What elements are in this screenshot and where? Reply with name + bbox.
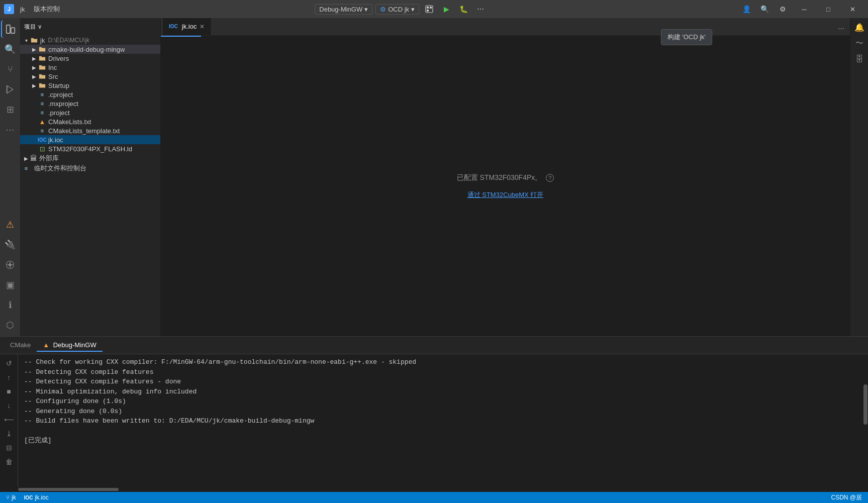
horizontal-scrollbar[interactable] <box>0 487 868 492</box>
jk-ioc-label: jk.ioc <box>48 136 63 144</box>
activity-item-warning[interactable]: ⚠ <box>1 216 19 234</box>
scroll-down-btn[interactable]: ↓ <box>3 399 15 412</box>
open-stm32cubemx-link[interactable]: 通过 STM32CubeMX 打开 <box>467 191 544 198</box>
tree-item-external-lib[interactable]: ▶ 🏛 外部库 <box>20 153 160 163</box>
search-btn[interactable]: 🔍 <box>757 2 771 16</box>
stop-btn[interactable]: ■ <box>3 385 15 397</box>
more-actions-btn[interactable]: ⋯ <box>473 2 488 16</box>
tab-jk-ioc[interactable]: IOC jk.ioc ✕ <box>163 18 211 35</box>
tree-item-inc[interactable]: ▶ Inc <box>20 63 160 72</box>
tree-item-drivers[interactable]: ▶ Drivers <box>20 54 160 63</box>
startup-arrow: ▶ <box>30 81 38 89</box>
version-control-btn[interactable]: 版本控制 <box>31 4 63 15</box>
tree-item-project[interactable]: ≡ .project <box>20 108 160 117</box>
project-menu-btn[interactable]: jk <box>17 5 28 14</box>
tree-item-startup[interactable]: ▶ Startup <box>20 81 160 90</box>
open-link[interactable]: 通过 STM32CubeMX 打开 <box>467 190 544 199</box>
ext-lib-icon: 🏛 <box>30 154 37 162</box>
output-line-blank <box>24 426 857 436</box>
startup-label: Startup <box>48 82 69 89</box>
notification-bell-icon[interactable]: 🔔 <box>852 20 866 34</box>
tree-item-temp[interactable]: ≡ 临时文件和控制台 <box>20 163 160 173</box>
file-tree: ▾ jk D:\EDA\MCU\jk ▶ cmake-build-debug-m… <box>20 36 160 336</box>
title-actions: 👤 🔍 ⚙ <box>739 2 790 16</box>
download-btn[interactable]: ⤓ <box>3 428 15 440</box>
activity-item-git2[interactable]: ⬡ <box>1 316 19 334</box>
window-controls: ─ □ ✕ <box>793 0 864 18</box>
svg-rect-4 <box>7 25 10 34</box>
cmake-build-folder-icon <box>38 45 46 53</box>
minimize-btn[interactable]: ─ <box>793 0 816 18</box>
tree-item-cmakelists[interactable]: ▲ CMakeLists.txt <box>20 117 160 126</box>
scroll-up-btn[interactable]: ↑ <box>3 371 15 383</box>
activity-item-extensions[interactable]: ⊞ <box>1 100 19 119</box>
status-ioc-tab[interactable]: IOC jk.ioc <box>22 494 51 501</box>
ext-lib-arrow: ▶ <box>22 154 30 162</box>
activity-item-more[interactable]: ⋯ <box>1 121 19 139</box>
horiz-scroll-thumb[interactable] <box>18 488 119 491</box>
activity-item-run[interactable] <box>1 80 19 98</box>
help-icon[interactable]: ? <box>546 174 554 182</box>
activity-item-cmake[interactable] <box>1 256 19 274</box>
ocd-selector[interactable]: ⚙ OCD jk ▾ <box>375 4 419 15</box>
tree-item-cmake-build[interactable]: ▶ cmake-build-debug-mingw <box>20 45 160 54</box>
sidebar-title: 项目 <box>24 23 36 31</box>
activity-item-plugin[interactable]: 🔌 <box>1 236 19 254</box>
print-btn[interactable]: ⊟ <box>3 442 15 454</box>
tab-more-btn[interactable]: ⋯ <box>834 21 848 35</box>
tree-item-cproject[interactable]: ≡ .cproject <box>20 90 160 99</box>
cmakelists-template-label: CMakeLists_template.txt <box>48 127 120 135</box>
tree-item-mxproject[interactable]: ≡ .mxproject <box>20 99 160 108</box>
right-panel: 🔔 〜 🗄 <box>850 18 868 336</box>
output-line-1: -- Check for working CXX compiler: F:/Mi… <box>24 357 857 367</box>
status-right: CSDN @居 <box>829 493 864 502</box>
bottom-panel: CMake ▲ Debug-MinGW ↺ ↑ ■ ↓ ⟵ ⤓ ⊟ 🗑 -- C… <box>0 336 868 492</box>
sidebar-dropdown-icon[interactable]: ∨ <box>38 24 42 30</box>
tree-root[interactable]: ▾ jk D:\EDA\MCU\jk <box>20 36 160 45</box>
tree-item-src[interactable]: ▶ Src <box>20 72 160 81</box>
wordwrap-btn[interactable]: ⟵ <box>3 414 15 426</box>
sidebar-header: 项目 ∨ <box>20 18 160 36</box>
build-btn[interactable] <box>422 2 436 16</box>
tree-item-cmakelists-template[interactable]: ≡ CMakeLists_template.txt <box>20 126 160 135</box>
cmake-tab[interactable]: CMake <box>4 339 37 352</box>
activity-item-explorer[interactable] <box>1 20 19 38</box>
root-path: D:\EDA\MCU\jk <box>48 37 89 44</box>
refresh-btn[interactable]: ↺ <box>3 357 15 369</box>
database-icon[interactable]: 🗄 <box>852 52 866 66</box>
trash-btn[interactable]: 🗑 <box>3 456 15 468</box>
debug-btn[interactable]: 🐛 <box>456 2 470 16</box>
activity-item-terminal[interactable]: ▣ <box>1 276 19 294</box>
settings-btn[interactable]: ⚙ <box>776 2 790 16</box>
wave-icon[interactable]: 〜 <box>852 36 866 50</box>
tree-item-jk-ioc[interactable]: IOC jk.ioc <box>20 135 160 144</box>
src-arrow: ▶ <box>30 72 38 80</box>
status-ioc-icon: IOC <box>24 495 33 500</box>
sidebar: 项目 ∨ ▾ jk D:\EDA\MCU\jk ▶ cmake-build-de… <box>20 18 161 336</box>
activity-item-info[interactable]: ℹ <box>1 296 19 314</box>
scrollbar-thumb[interactable] <box>863 384 867 425</box>
run-btn[interactable]: ▶ <box>439 2 453 16</box>
root-folder-icon <box>30 36 38 44</box>
status-right-text: CSDN @居 <box>831 493 862 502</box>
project-icon: ≡ <box>38 109 46 117</box>
bottom-scrollbar[interactable] <box>863 354 868 487</box>
maximize-btn[interactable]: □ <box>817 0 840 18</box>
bottom-toolbar: ↺ ↑ ■ ↓ ⟵ ⤓ ⊟ 🗑 <box>0 354 18 487</box>
accounts-btn[interactable]: 👤 <box>739 2 753 16</box>
activity-item-git[interactable]: ⑂ <box>1 60 19 78</box>
close-btn[interactable]: ✕ <box>841 0 864 18</box>
tree-item-ld[interactable]: ⊡ STM32F030F4PX_FLASH.ld <box>20 144 160 153</box>
tab-close-btn[interactable]: ✕ <box>200 23 205 30</box>
bottom-main: ↺ ↑ ■ ↓ ⟵ ⤓ ⊟ 🗑 -- Check for working CXX… <box>0 354 868 487</box>
debug-tab[interactable]: ▲ Debug-MinGW <box>37 339 102 352</box>
project-label: .project <box>48 109 70 117</box>
activity-item-search[interactable]: 🔍 <box>1 40 19 58</box>
root-name: jk <box>40 37 45 44</box>
svg-rect-1 <box>427 7 429 9</box>
status-branch[interactable]: ⑂ jk <box>4 494 18 501</box>
debug-tab-icon: ▲ <box>43 341 49 349</box>
activity-bar: 🔍 ⑂ ⊞ ⋯ ⚠ 🔌 ▣ ℹ ⬡ <box>0 18 20 336</box>
debug-config-selector[interactable]: Debug-MinGW ▾ <box>315 4 372 15</box>
ld-icon: ⊡ <box>38 145 46 153</box>
